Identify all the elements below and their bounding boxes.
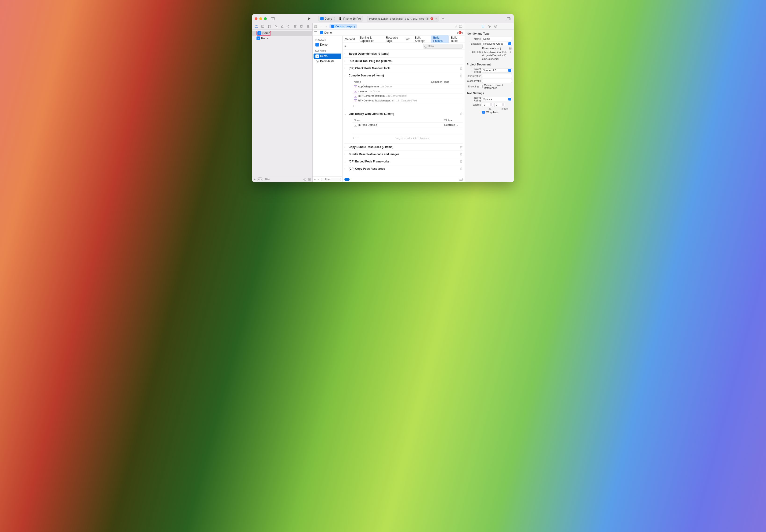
issue-navigator-tab[interactable] [280,24,284,29]
file-inspector-tab[interactable] [482,25,485,28]
chevron-right-icon[interactable]: › [344,160,347,163]
indent-using-select[interactable]: Spaces [482,97,512,101]
zoom-window-button[interactable] [264,17,267,20]
minimize-checkbox[interactable] [480,85,483,88]
trash-icon[interactable]: 🗑 [460,167,463,170]
error-indicator-icon[interactable]: ✕ [431,17,433,20]
history-inspector-tab[interactable] [488,25,491,28]
chevron-right-icon[interactable]: › [254,37,256,40]
phase-header[interactable]: › Bundle React Native code and images 🗑 [344,151,463,158]
class-prefix-field[interactable] [482,79,512,83]
trash-icon[interactable]: 🗑 [460,145,463,149]
next-tab-button[interactable]: › [462,31,463,35]
remove-library-button[interactable]: − [356,136,358,140]
chevron-down-icon[interactable]: ⌄ [344,74,347,77]
related-items-icon[interactable] [314,25,318,28]
editor-swap-icon[interactable]: ⇄ [454,25,458,28]
activity-status[interactable]: Preparing Editor Functionality | 3597 / … [366,16,439,22]
compile-sources-table[interactable]: Name Compiler Flags mAppDelegate.mm ...i… [352,79,463,103]
editor-options-icon[interactable] [459,25,463,28]
close-window-button[interactable] [255,17,257,20]
project-navigator-tree[interactable]: › A Demo › A Pods [252,30,312,176]
run-button[interactable] [306,16,312,21]
add-file-button[interactable]: + [254,177,255,181]
choose-folder-icon[interactable]: ▤ [509,47,512,50]
phase-header[interactable]: › Target Dependencies (0 items) [344,50,463,57]
scheme-selector[interactable]: Demo 〉 📱iPhone 16 Pro [318,16,363,22]
project-item[interactable]: Demo [313,42,341,47]
name-field[interactable]: Demo [482,37,512,41]
error-badge-icon[interactable]: ✕ [459,31,462,34]
phase-header[interactable]: › [CP] Check Pods Manifest.lock 🗑 [344,65,463,72]
back-button[interactable]: ‹ [319,25,323,28]
add-button[interactable] [440,16,446,21]
debug-tag-icon[interactable] [344,178,349,181]
help-inspector-tab[interactable]: ? [494,25,497,28]
navigator-filter-input[interactable] [264,178,302,181]
library-status-select[interactable]: Required [444,123,458,126]
add-phase-button[interactable]: + [344,44,346,48]
library-button[interactable] [506,16,511,21]
breakpoint-navigator-tab[interactable] [299,24,304,29]
test-navigator-tab[interactable] [287,24,291,29]
phase-header[interactable]: › Run Build Tool Plug-ins (0 items) [344,58,463,65]
debug-navigator-tab[interactable] [293,24,297,29]
chevron-right-icon[interactable]: › [344,53,347,55]
target-item-demo[interactable]: A Demo [313,54,341,59]
link-binary-table[interactable]: Name Status alibPods-Demo.a Required [352,118,463,127]
tab-resource-tags[interactable]: Resource Tags [384,35,404,43]
phase-header[interactable]: › [CP] Copy Pods Resources 🗑 [344,165,463,172]
tab-build-rules[interactable]: Build Rules [449,35,465,43]
tab-signing[interactable]: Signing & Capabilities [357,35,384,43]
chevron-right-icon[interactable]: › [344,67,347,69]
recent-filter-icon[interactable]: ◴ [303,177,306,181]
phase-header[interactable]: ⌄ Compile Sources (4 items) 🗑 [344,72,463,79]
report-navigator-tab[interactable] [306,24,310,29]
filter-scope-button[interactable]: ⊙▾ [257,177,263,181]
chevron-down-icon[interactable]: ⌄ [344,113,347,115]
remove-source-button[interactable]: − [356,104,358,108]
editor-tab-demo[interactable]: Demo [318,30,334,35]
project-format-select[interactable]: Xcode 12.0 [482,68,512,72]
remove-target-button[interactable]: − [317,178,319,181]
phase-header[interactable]: › [CP] Embed Pods Frameworks 🗑 [344,158,463,165]
trash-icon[interactable]: 🗑 [460,74,463,77]
project-navigator-tab[interactable] [254,24,258,29]
organization-field[interactable] [482,74,512,78]
jump-bar-crumb[interactable]: Demo.xcodeproj [329,24,357,28]
tab-build-settings[interactable]: Build Settings [413,35,431,43]
forward-button[interactable]: › [324,25,328,28]
table-row[interactable]: alibPods-Demo.a Required [352,122,463,127]
find-navigator-tab[interactable] [274,24,278,29]
table-row[interactable]: mRTNCenteredText.mm ...in CenteredText [352,93,463,98]
phase-filter-input[interactable] [423,44,463,49]
dock-panel-icon[interactable] [459,178,463,181]
prev-tab-button[interactable]: ‹ [457,31,458,35]
nav-item-demo[interactable]: › A Demo [252,31,312,36]
trash-icon[interactable]: 🗑 [460,67,463,70]
tab-general[interactable]: General [342,37,357,42]
chevron-right-icon[interactable]: › [254,32,256,34]
phase-header[interactable]: › Copy Bundle Resources (3 items) 🗑 [344,144,463,151]
minimize-window-button[interactable] [259,17,262,20]
table-row[interactable]: mmain.m ...in Demo [352,89,463,93]
toggle-navigator-icon[interactable] [270,16,276,21]
add-source-button[interactable]: + [352,104,354,108]
reveal-arrow-icon[interactable]: ➔ [509,50,512,54]
trash-icon[interactable]: 🗑 [460,152,463,156]
chevron-right-icon[interactable]: › [344,153,347,155]
targets-filter-input[interactable] [321,178,341,181]
chevron-right-icon[interactable]: › [344,146,347,148]
source-control-navigator-tab[interactable] [261,24,265,29]
location-select[interactable]: Relative to Group [482,42,512,46]
scm-filter-icon[interactable]: ⊞ [308,177,311,181]
add-target-button[interactable]: + [314,178,316,181]
wrap-lines-checkbox[interactable]: ✓ [482,111,485,114]
table-row[interactable]: mRTNCenteredTextManager.mm ...in Centere… [352,98,463,103]
tab-width-stepper[interactable]: 2 [482,103,493,107]
toggle-targets-button[interactable] [314,31,317,34]
trash-icon[interactable]: 🗑 [460,160,463,163]
chevron-right-icon[interactable]: › [344,60,347,62]
indent-width-stepper[interactable]: 2 [494,103,505,107]
phase-header[interactable]: ⌄ Link Binary With Libraries (1 item) 🗑 [344,110,463,117]
